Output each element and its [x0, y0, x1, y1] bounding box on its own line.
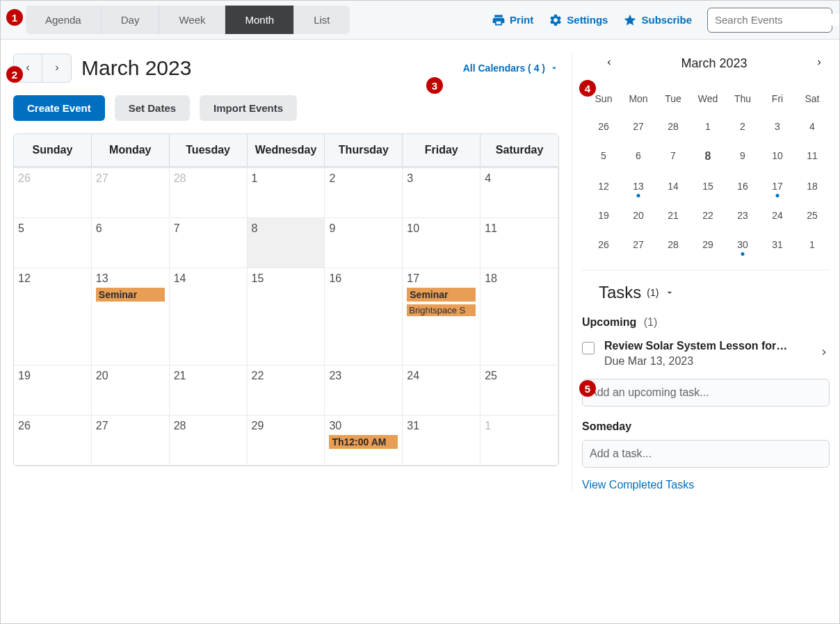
mini-calendar-cell[interactable]: 24: [760, 203, 795, 228]
mini-calendar-cell[interactable]: 21: [656, 203, 690, 228]
import-events-button[interactable]: Import Events: [200, 95, 297, 121]
settings-button[interactable]: Settings: [549, 13, 608, 27]
view-completed-tasks-link[interactable]: View Completed Tasks: [582, 479, 830, 491]
calendar-cell[interactable]: 12: [14, 268, 92, 366]
calendar-event[interactable]: Th12:00 AM: [329, 435, 398, 449]
calendar-cell[interactable]: 30Th12:00 AM: [325, 416, 403, 466]
calendar-cell[interactable]: 6: [92, 218, 170, 268]
mini-calendar-cell[interactable]: 1: [795, 232, 830, 257]
calendar-event[interactable]: Seminar: [96, 288, 165, 302]
search-box[interactable]: [707, 8, 832, 33]
calendar-cell[interactable]: 29: [248, 416, 325, 466]
mini-calendar-cell[interactable]: 19: [586, 203, 621, 228]
calendar-cell[interactable]: 1: [480, 416, 558, 466]
view-tab-list[interactable]: List: [294, 6, 349, 34]
mini-calendar-cell[interactable]: 27: [621, 114, 656, 139]
mini-next-button[interactable]: [814, 58, 824, 70]
next-month-button[interactable]: [42, 54, 72, 83]
mini-calendar-cell[interactable]: 23: [725, 203, 760, 228]
calendar-cell[interactable]: 16: [325, 268, 403, 366]
calendar-cell[interactable]: 19: [14, 366, 92, 416]
subscribe-button[interactable]: Subscribe: [623, 13, 692, 27]
calendar-cell[interactable]: 18: [480, 268, 558, 366]
calendar-cell[interactable]: 25: [480, 366, 558, 416]
event-dot-icon: [741, 252, 745, 256]
calendar-cell[interactable]: 21: [170, 366, 248, 416]
view-tab-month[interactable]: Month: [225, 6, 294, 34]
add-task-input[interactable]: Add a task...: [582, 440, 830, 468]
calendar-cell[interactable]: 9: [325, 218, 403, 268]
calendar-cell[interactable]: 28: [170, 168, 248, 218]
mini-calendar-cell[interactable]: 28: [656, 232, 690, 257]
calendar-cell[interactable]: 17SeminarBrightspace S: [403, 268, 480, 366]
mini-calendar-cell[interactable]: 27: [621, 232, 656, 257]
mini-calendar-cell[interactable]: 15: [690, 174, 725, 199]
calendar-cell[interactable]: 26: [14, 168, 92, 218]
date-number: 15: [252, 272, 321, 285]
calendar-cell[interactable]: 10: [403, 218, 480, 268]
mini-calendar-cell[interactable]: 18: [795, 174, 830, 199]
calendar-cell[interactable]: 28: [170, 416, 248, 466]
mini-calendar-cell[interactable]: 12: [586, 174, 621, 199]
calendar-cell[interactable]: 5: [14, 218, 92, 268]
search-input[interactable]: [715, 14, 840, 26]
task-item[interactable]: Review Solar System Lesson for… Due Mar …: [582, 336, 830, 372]
mini-calendar-cell[interactable]: 11: [795, 143, 830, 170]
mini-calendar-cell[interactable]: 8: [690, 143, 725, 170]
calendar-event[interactable]: Brightspace S: [407, 304, 476, 316]
calendar-cell[interactable]: 2: [325, 168, 403, 218]
task-checkbox[interactable]: [582, 342, 595, 354]
calendar-cell[interactable]: 22: [248, 366, 325, 416]
calendar-cell[interactable]: 7: [170, 218, 248, 268]
calendar-cell[interactable]: 27: [92, 416, 170, 466]
calendar-cell[interactable]: 20: [92, 366, 170, 416]
calendar-cell[interactable]: 14: [170, 268, 248, 366]
mini-calendar-cell[interactable]: 9: [725, 143, 760, 170]
print-button[interactable]: Print: [492, 13, 533, 27]
mini-calendar-cell[interactable]: 16: [725, 174, 760, 199]
set-dates-button[interactable]: Set Dates: [115, 95, 190, 121]
mini-calendar-cell[interactable]: 13: [621, 174, 656, 199]
calendar-cell[interactable]: 1: [248, 168, 325, 218]
calendar-cell[interactable]: 11: [480, 218, 558, 268]
mini-calendar-cell[interactable]: 10: [760, 143, 795, 170]
mini-calendar-cell[interactable]: 2: [725, 114, 760, 139]
mini-calendar-cell[interactable]: 4: [795, 114, 830, 139]
mini-calendar-cell[interactable]: 3: [760, 114, 795, 139]
add-upcoming-task-input[interactable]: Add an upcoming task...: [582, 379, 830, 407]
calendar-cell[interactable]: 31: [403, 416, 480, 466]
view-tab-agenda[interactable]: Agenda: [26, 6, 102, 34]
calendar-cell[interactable]: 13Seminar: [92, 268, 170, 366]
mini-prev-button[interactable]: [604, 58, 614, 70]
calendar-cell[interactable]: 26: [14, 416, 92, 466]
mini-calendar-cell[interactable]: 26: [586, 232, 621, 257]
mini-calendar-cell[interactable]: 25: [795, 203, 830, 228]
chevron-down-icon[interactable]: [664, 287, 675, 298]
mini-calendar-cell[interactable]: 1: [690, 114, 725, 139]
mini-calendar-cell[interactable]: 7: [656, 143, 690, 170]
mini-calendar-cell[interactable]: 26: [586, 114, 621, 139]
calendar-cell[interactable]: 8: [248, 218, 325, 268]
mini-calendar-cell[interactable]: 28: [656, 114, 690, 139]
calendar-cell[interactable]: 15: [248, 268, 325, 366]
task-expand[interactable]: [818, 347, 830, 361]
mini-calendar-cell[interactable]: 5: [586, 143, 621, 170]
view-tab-week[interactable]: Week: [159, 6, 225, 34]
view-tab-day[interactable]: Day: [102, 6, 160, 34]
calendar-cell[interactable]: 24: [403, 366, 480, 416]
mini-calendar-cell[interactable]: 6: [621, 143, 656, 170]
calendar-event[interactable]: Seminar: [407, 288, 476, 302]
all-calendars-dropdown[interactable]: All Calendars ( 4 ): [463, 63, 559, 74]
calendar-cell[interactable]: 4: [480, 168, 558, 218]
create-event-button[interactable]: Create Event: [13, 95, 105, 121]
mini-calendar-cell[interactable]: 29: [690, 232, 725, 257]
calendar-cell[interactable]: 3: [403, 168, 480, 218]
calendar-cell[interactable]: 23: [325, 366, 403, 416]
mini-calendar-cell[interactable]: 20: [621, 203, 656, 228]
mini-calendar-cell[interactable]: 14: [656, 174, 690, 199]
mini-calendar-cell[interactable]: 30: [725, 232, 760, 257]
mini-calendar-cell[interactable]: 22: [690, 203, 725, 228]
calendar-cell[interactable]: 27: [92, 168, 170, 218]
mini-calendar-cell[interactable]: 17: [760, 174, 795, 199]
mini-calendar-cell[interactable]: 31: [760, 232, 795, 257]
